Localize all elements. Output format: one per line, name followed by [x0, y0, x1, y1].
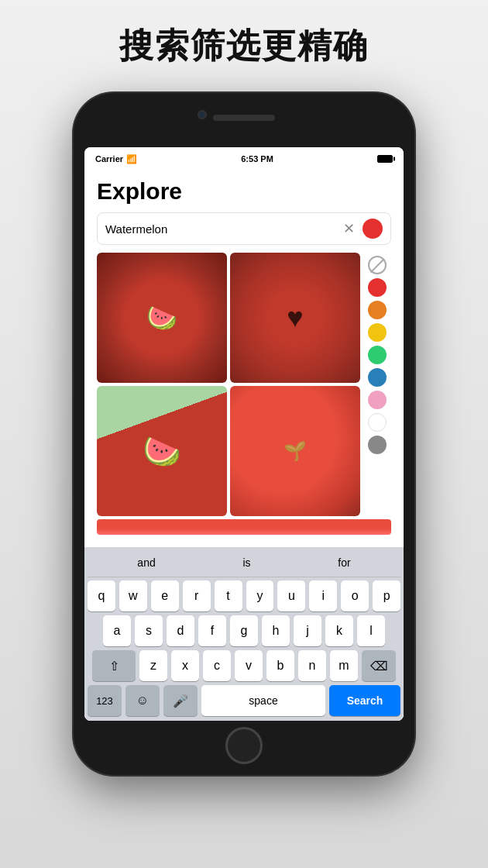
key-t[interactable]: t	[215, 580, 242, 611]
shift-key[interactable]: ⇧	[92, 650, 136, 681]
key-c[interactable]: c	[203, 650, 231, 681]
image-grid	[97, 253, 360, 516]
search-input[interactable]: Watermelon	[105, 222, 343, 236]
color-none[interactable]	[368, 256, 387, 274]
selected-color-dot[interactable]	[363, 219, 383, 239]
key-j[interactable]: j	[294, 615, 321, 646]
suggestion-is[interactable]: is	[236, 555, 256, 570]
grid-image-3[interactable]	[97, 386, 227, 516]
mic-key[interactable]: 🎤	[163, 685, 198, 716]
carrier-label: Carrier	[95, 154, 123, 164]
status-bar: Carrier 📶 6:53 PM	[84, 147, 404, 169]
app-title: Explore	[97, 178, 391, 205]
key-x[interactable]: x	[171, 650, 199, 681]
battery-icon	[377, 155, 393, 163]
key-l[interactable]: l	[357, 615, 385, 646]
suggestion-and[interactable]: and	[131, 555, 161, 570]
color-orange[interactable]	[368, 301, 387, 319]
color-green[interactable]	[368, 346, 387, 364]
delete-key[interactable]: ⌫	[362, 650, 396, 681]
key-y[interactable]: y	[246, 580, 274, 611]
key-k[interactable]: k	[325, 615, 353, 646]
color-pink[interactable]	[368, 391, 387, 409]
key-s[interactable]: s	[135, 615, 163, 646]
color-white[interactable]	[368, 413, 387, 432]
search-bar[interactable]: Watermelon ✕	[97, 212, 391, 245]
grid-image-2[interactable]	[230, 253, 360, 383]
status-left: Carrier 📶	[95, 154, 137, 164]
key-a[interactable]: a	[103, 615, 131, 646]
key-n[interactable]: n	[298, 650, 326, 681]
emoji-key[interactable]: ☺	[125, 685, 160, 716]
color-red[interactable]	[368, 278, 387, 297]
color-picker	[363, 253, 391, 516]
keyboard-bottom-row: 123 ☺ 🎤 space Search	[88, 685, 400, 716]
key-z[interactable]: z	[139, 650, 167, 681]
grid-image-4[interactable]	[230, 386, 360, 516]
home-button[interactable]	[225, 727, 263, 764]
num-key[interactable]: 123	[88, 685, 122, 716]
phone-camera	[198, 110, 207, 119]
suggestion-for[interactable]: for	[332, 555, 356, 570]
key-i[interactable]: i	[309, 580, 337, 611]
keyboard: and is for q w e r t y u i o p	[84, 547, 404, 721]
key-d[interactable]: d	[167, 615, 194, 646]
space-key[interactable]: space	[201, 685, 325, 716]
bottom-image-strip	[97, 519, 391, 535]
key-w[interactable]: w	[119, 580, 147, 611]
key-m[interactable]: m	[330, 650, 358, 681]
headline: 搜索筛选更精确	[0, 23, 488, 69]
color-blue[interactable]	[368, 368, 387, 387]
clock: 6:53 PM	[241, 154, 273, 164]
key-f[interactable]: f	[198, 615, 226, 646]
phone-screen: Carrier 📶 6:53 PM Explore Watermelon ✕	[84, 147, 404, 721]
status-right	[377, 155, 393, 163]
key-v[interactable]: v	[235, 650, 263, 681]
keyboard-row-2: a s d f g h j k l	[88, 615, 400, 646]
app-content: Explore Watermelon ✕	[84, 169, 404, 721]
keyboard-row-3: ⇧ z x c v b n m ⌫	[88, 650, 400, 681]
clear-icon[interactable]: ✕	[343, 220, 355, 237]
suggestions-row: and is for	[88, 552, 400, 577]
key-o[interactable]: o	[341, 580, 369, 611]
key-r[interactable]: r	[183, 580, 211, 611]
key-h[interactable]: h	[262, 615, 290, 646]
key-e[interactable]: e	[151, 580, 179, 611]
phone-speaker	[213, 115, 275, 121]
grid-container	[97, 253, 391, 516]
search-key[interactable]: Search	[329, 685, 400, 716]
color-gray[interactable]	[368, 436, 387, 454]
phone-frame: Carrier 📶 6:53 PM Explore Watermelon ✕	[74, 93, 414, 775]
key-p[interactable]: p	[373, 580, 400, 611]
key-q[interactable]: q	[88, 580, 115, 611]
key-g[interactable]: g	[230, 615, 258, 646]
keyboard-row-1: q w e r t y u i o p	[88, 580, 400, 611]
key-b[interactable]: b	[266, 650, 294, 681]
color-yellow[interactable]	[368, 323, 387, 342]
wifi-icon: 📶	[126, 154, 137, 164]
grid-image-1[interactable]	[97, 253, 227, 383]
key-u[interactable]: u	[277, 580, 305, 611]
